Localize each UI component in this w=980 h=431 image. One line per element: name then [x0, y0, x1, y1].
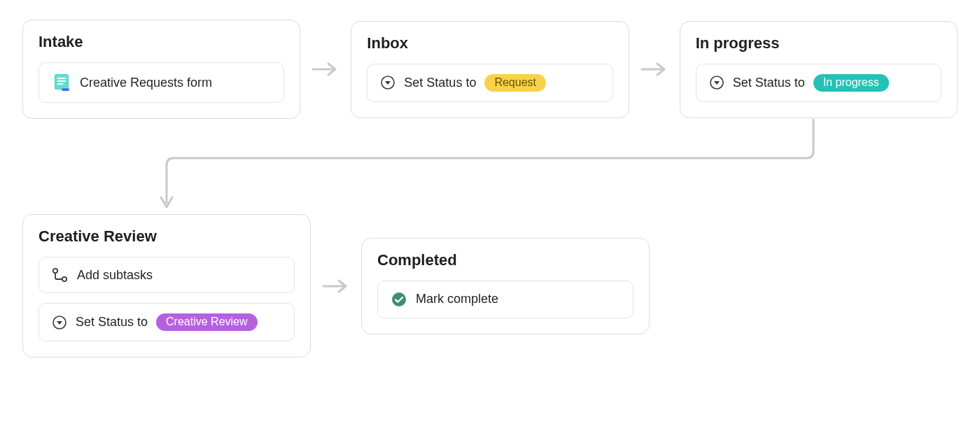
creativereview-status-prefix: Set Status to — [76, 315, 148, 330]
svg-rect-2 — [57, 78, 66, 79]
arrow-intake-to-inbox — [312, 61, 340, 78]
chevron-circle-down-icon — [380, 75, 396, 90]
workflow-row-1: Intake Creative Requests form Inbox — [22, 20, 958, 119]
workflow-row-2: Creative Review Add subtasks Set Status … — [22, 214, 958, 358]
check-circle-icon — [391, 291, 407, 308]
stage-inbox-title: Inbox — [367, 34, 612, 52]
svg-point-17 — [392, 292, 406, 306]
stage-inbox: Inbox Set Status to Request — [351, 21, 629, 118]
inbox-status-pill: Request — [484, 74, 546, 92]
svg-marker-11 — [714, 81, 720, 85]
form-icon — [52, 73, 71, 92]
inprogress-status-prefix: Set Status to — [733, 76, 805, 90]
subtasks-icon — [52, 267, 69, 283]
svg-rect-4 — [57, 83, 63, 85]
chevron-circle-down-icon — [709, 75, 724, 90]
creativereview-subtasks-label: Add subtasks — [77, 268, 153, 283]
stage-creativereview-title: Creative Review — [38, 227, 295, 246]
intake-form-label: Creative Requests form — [80, 76, 212, 90]
chevron-circle-down-icon — [52, 315, 67, 330]
intake-form-item[interactable]: Creative Requests form — [38, 62, 284, 103]
creativereview-status-item[interactable]: Set Status to Creative Review — [38, 303, 295, 341]
svg-marker-8 — [385, 81, 391, 85]
inbox-status-prefix: Set Status to — [404, 76, 476, 90]
inprogress-status-item[interactable]: Set Status to In progress — [696, 64, 941, 102]
stage-creative-review: Creative Review Add subtasks Set Status … — [22, 214, 311, 358]
stage-completed: Completed Mark complete — [361, 238, 650, 334]
completed-action-item[interactable]: Mark complete — [377, 281, 634, 318]
stage-intake-title: Intake — [38, 33, 284, 51]
creativereview-status-pill: Creative Review — [156, 313, 257, 331]
arrow-inbox-to-inprogress — [640, 61, 668, 78]
completed-action-label: Mark complete — [416, 292, 498, 306]
svg-rect-3 — [57, 80, 66, 82]
stage-completed-title: Completed — [377, 251, 634, 269]
creativereview-subtasks-item[interactable]: Add subtasks — [38, 257, 295, 293]
svg-marker-15 — [57, 321, 62, 325]
arrow-creativereview-to-completed — [322, 278, 350, 295]
svg-point-13 — [62, 277, 66, 281]
stage-intake: Intake Creative Requests form — [22, 20, 300, 119]
stage-in-progress: In progress Set Status to In progress — [680, 21, 958, 118]
elbow-connector — [22, 119, 958, 214]
inbox-status-item[interactable]: Set Status to Request — [367, 64, 612, 102]
inprogress-status-pill: In progress — [813, 74, 889, 92]
svg-rect-5 — [62, 88, 69, 91]
stage-inprogress-title: In progress — [696, 34, 941, 52]
